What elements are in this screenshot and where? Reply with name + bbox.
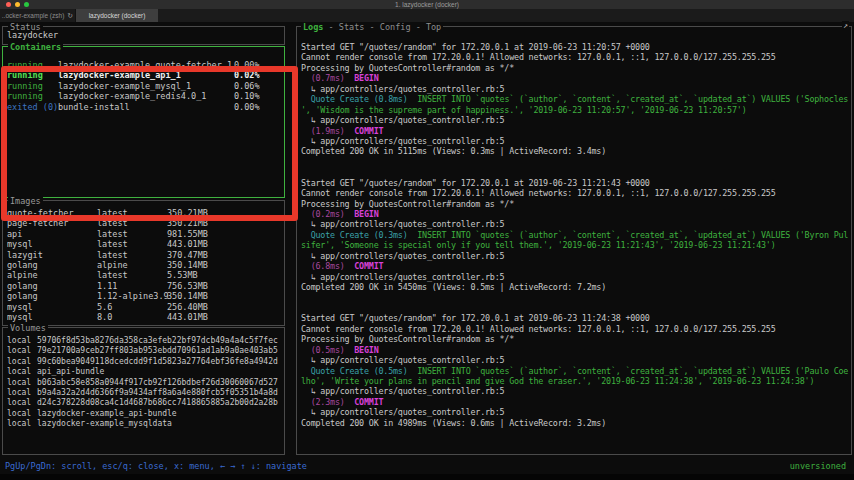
volume-driver: local [7, 378, 37, 388]
container-state: running [7, 81, 58, 91]
image-name: mysql [7, 302, 97, 312]
container-name: lazydocker-example_redis4.0_1 [58, 91, 234, 101]
volume-row[interactable]: locallazydocker-example_api-bundle [7, 409, 282, 419]
volume-row[interactable]: locald24c378228d08ca4c1d4687b686cc741886… [7, 398, 282, 408]
volumes-rows: local59706f8d53ba8276da358ca3efeb22bf97d… [7, 336, 282, 430]
container-cpu: 0.02% [234, 70, 282, 80]
log-line: Quote Create (0.5ms) INSERT INTO `quotes… [301, 366, 849, 376]
containers-panel-title: Containers [8, 42, 63, 52]
logs-tab-stats[interactable]: Stats [339, 22, 365, 32]
log-line: Cannot render console from 172.20.0.1! A… [301, 52, 849, 62]
log-line: ↳ app/controllers/quotes_controller.rb:5 [301, 136, 849, 146]
image-row[interactable]: quote-fetcherlatest350.21MB [7, 208, 282, 218]
volume-name: 59706f8d53ba8276da358ca3efeb22bf97dcb49a… [37, 336, 282, 346]
window-titlebar: 1. lazydocker (docker) [0, 0, 854, 9]
logs-tab-config[interactable]: Config [380, 22, 411, 32]
container-row[interactable]: runninglazydocker-example_api_10.02% [7, 70, 282, 80]
volumes-panel[interactable]: Volumes local59706f8d53ba8276da358ca3efe… [2, 327, 285, 455]
volume-row[interactable]: localb9a4a32a2d4d6366f9a9434aff8a6a4e880… [7, 388, 282, 398]
terminal-window: 1. lazydocker (docker) ..ocker-example (… [0, 0, 854, 480]
image-tag: alpine [97, 260, 167, 270]
image-row[interactable]: golang1.12-alpine3.9350.14MB [7, 291, 282, 301]
image-size: 443.01MB [167, 239, 282, 249]
image-tag: 8.0 [97, 312, 167, 322]
container-cpu: 0.06% [234, 81, 282, 91]
container-cpu: 0.00% [234, 60, 282, 70]
log-line: ↳ app/controllers/quotes_controller.rb:5 [301, 407, 849, 417]
image-row[interactable]: lazygitlatest370.47MB [7, 250, 282, 260]
container-name: bundle-install [58, 102, 234, 112]
image-name: mysql [7, 239, 97, 249]
container-row[interactable]: exited (0)bundle-install0.00% [7, 102, 282, 112]
volume-name: api_api-bundle [37, 367, 282, 377]
volume-row[interactable]: local99c60bea9049118dcedcdd9f1d5823a2776… [7, 357, 282, 367]
log-line: ↳ app/controllers/quotes_controller.rb:5 [301, 272, 849, 282]
volume-row[interactable]: localapi_api-bundle [7, 367, 282, 377]
log-line: ↳ app/controllers/quotes_controller.rb:5 [301, 219, 849, 229]
expand-panel-icon[interactable]: ↗ [842, 21, 849, 30]
image-name: api [7, 229, 97, 239]
image-tag: latest [97, 229, 167, 239]
containers-panel[interactable]: Containers runninglazydocker-example_quo… [2, 46, 285, 198]
images-rows: quote-fetcherlatest350.21MBpage-fetcherl… [7, 208, 282, 322]
volume-row[interactable]: locallazydocker-example_mysqldata [7, 419, 282, 429]
image-size: 350.14MB [167, 291, 282, 301]
container-row[interactable]: runninglazydocker-example_redis4.0_10.10… [7, 91, 282, 101]
volume-row[interactable]: local79e21700a9ceb27ff803ab953ebdd70961a… [7, 346, 282, 356]
log-line: ↳ app/controllers/quotes_controller.rb:5 [301, 355, 849, 365]
lazydocker-ui: Status lazydocker Containers runninglazy… [0, 22, 854, 474]
volume-driver: local [7, 367, 37, 377]
image-row[interactable]: golangalpine350.14MB [7, 260, 282, 270]
terminal-tab-bar: ..ocker-example (zsh) ↻ lazydocker (dock… [0, 9, 854, 22]
image-tag: latest [97, 208, 167, 218]
image-row[interactable]: mysql8.0443.01MB [7, 312, 282, 322]
window-title: 1. lazydocker (docker) [0, 1, 854, 8]
image-row[interactable]: apilatest981.55MB [7, 229, 282, 239]
volume-driver: local [7, 357, 37, 367]
image-row[interactable]: alpinelatest5.53MB [7, 270, 282, 280]
image-row[interactable]: mysql5.6256.40MB [7, 302, 282, 312]
log-line: sifer', 'Someone is special only if you … [301, 240, 849, 250]
image-name: lazygit [7, 250, 97, 260]
volume-row[interactable]: localb063abc58e858a0944f917cb92f126bdbef… [7, 378, 282, 388]
image-tag: 5.6 [97, 302, 167, 312]
version-label: unversioned [790, 461, 846, 471]
volume-driver: local [7, 419, 37, 429]
volume-name: 79e21700a9ceb27ff803ab953ebdd70961ad1ab9… [37, 346, 282, 356]
tab-zsh[interactable]: ..ocker-example (zsh) ↻ [0, 9, 76, 22]
log-line: ↳ app/controllers/quotes_controller.rb:5 [301, 386, 849, 396]
logs-panel[interactable]: Logs - Stats - Config - Top ↗ Started GE… [296, 26, 852, 455]
volume-name: 99c60bea9049118dcedcdd9f1d5823a27764ebf3… [37, 357, 282, 367]
image-tag: 1.11 [97, 281, 167, 291]
log-line: ', 'Wisdom is the supreme part of happin… [301, 105, 849, 115]
image-row[interactable]: golang1.11756.53MB [7, 281, 282, 291]
status-content: lazydocker [7, 30, 58, 40]
volume-row[interactable]: local59706f8d53ba8276da358ca3efeb22bf97d… [7, 336, 282, 346]
image-size: 756.53MB [167, 281, 282, 291]
log-line: Processing by QuotesController#random as… [301, 199, 849, 209]
keybinding-hints: PgUp/PgDn: scroll, esc/q: close, x: menu… [5, 461, 307, 471]
container-name: lazydocker-example_quote-fetcher_1 [58, 60, 234, 70]
logs-tab-top[interactable]: Top [426, 22, 441, 32]
image-name: page-fetcher [7, 218, 97, 228]
tab-lazydocker[interactable]: lazydocker (docker) [76, 9, 158, 22]
log-line: Processing by QuotesController#random as… [301, 63, 849, 73]
logs-tab-logs[interactable]: Logs [303, 22, 323, 32]
volume-driver: local [7, 409, 37, 419]
image-size: 350.21MB [167, 208, 282, 218]
log-line: (2.3ms) COMMIT [301, 397, 849, 407]
image-row[interactable]: page-fetcherlatest350.21MB [7, 218, 282, 228]
image-name: alpine [7, 270, 97, 280]
log-line: ↳ app/controllers/quotes_controller.rb:5 [301, 251, 849, 261]
log-line: Processing by QuotesController#random as… [301, 334, 849, 344]
log-line [301, 167, 849, 177]
container-row[interactable]: runninglazydocker-example_mysql_10.06% [7, 81, 282, 91]
log-line: (6.8ms) COMMIT [301, 261, 849, 271]
images-panel[interactable]: Images quote-fetcherlatest350.21MBpage-f… [2, 200, 285, 326]
image-row[interactable]: mysqllatest443.01MB [7, 239, 282, 249]
volume-driver: local [7, 336, 37, 346]
image-size: 981.55MB [167, 229, 282, 239]
container-row[interactable]: runninglazydocker-example_quote-fetcher_… [7, 60, 282, 70]
image-name: quote-fetcher [7, 208, 97, 218]
log-line: (1.9ms) COMMIT [301, 126, 849, 136]
